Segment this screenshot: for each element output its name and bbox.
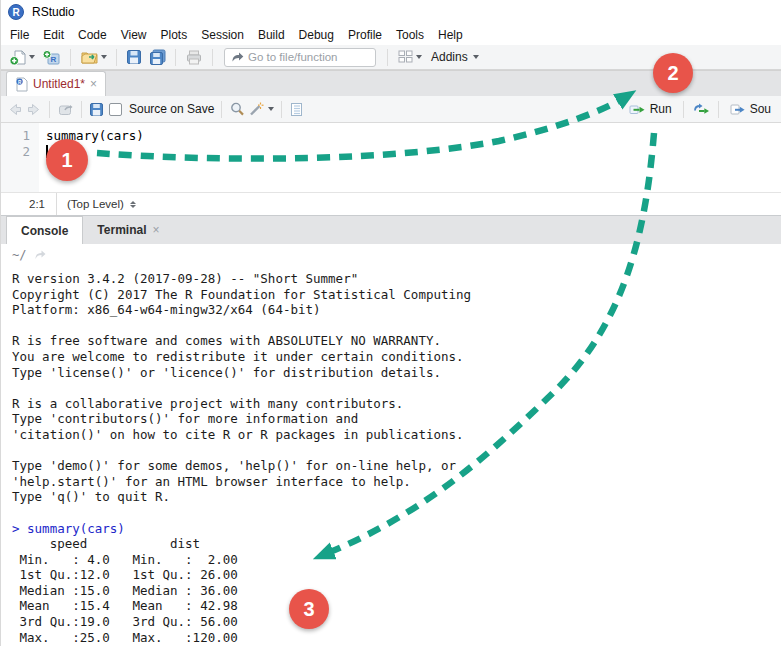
save-all-icon (149, 49, 166, 66)
open-file-button[interactable] (78, 48, 109, 66)
goto-file-search[interactable] (224, 48, 376, 67)
addins-label: Addins (431, 50, 468, 64)
console-line: Mean :15.4 Mean : 42.98 (12, 598, 781, 614)
run-icon (629, 102, 646, 117)
rstudio-window: R RStudio FileEditCodeViewPlotsSessionBu… (0, 0, 781, 646)
annotation-badge-3: 3 (289, 589, 329, 629)
forward-arrow-icon[interactable] (26, 102, 42, 117)
console-line: You are welcome to redistribute it under… (12, 349, 781, 365)
toolbar-separator (116, 49, 117, 66)
console-pane: Console Terminal × ~/ R version 3.4.2 (2… (1, 215, 781, 646)
rstudio-logo-icon: R (8, 4, 24, 20)
editor-status-bar: 2:1 (Top Level) (1, 192, 781, 215)
editor-body[interactable]: 12 summary(cars) (1, 123, 781, 192)
close-icon[interactable]: × (152, 224, 159, 236)
tab-untitled1[interactable]: R Untitled1* × (6, 71, 106, 96)
source-pane: R Untitled1* × Source on Save (1, 70, 781, 215)
cursor-position: 2:1 (1, 193, 57, 215)
toolbar-separator (683, 101, 684, 118)
menu-debug[interactable]: Debug (292, 26, 341, 44)
code-tools-wand-icon[interactable] (248, 101, 265, 117)
menu-file[interactable]: File (3, 26, 36, 44)
svg-text:R: R (51, 55, 57, 64)
toolbar-separator (49, 101, 50, 118)
line-number: 1 (1, 128, 30, 144)
new-file-button[interactable] (7, 48, 37, 67)
goto-directory-icon[interactable] (33, 248, 47, 261)
source-on-save-checkbox[interactable] (109, 103, 122, 116)
new-project-icon: R (42, 49, 61, 66)
new-project-button[interactable]: R (40, 48, 63, 67)
console-line: Max. :25.0 Max. :120.00 (12, 630, 781, 646)
rerun-icon[interactable] (691, 102, 711, 117)
panes-layout-button[interactable] (395, 48, 424, 66)
chevron-down-icon (268, 107, 274, 111)
search-icon[interactable] (229, 101, 245, 117)
console-line: Platform: x86_64-w64-mingw32/x64 (64-bit… (12, 302, 781, 318)
goto-file-input[interactable] (248, 51, 366, 63)
annotation-badge-1: 1 (46, 139, 88, 181)
menu-build[interactable]: Build (251, 26, 292, 44)
console-tab-bar: Console Terminal × (1, 215, 781, 244)
source-label: Sou (750, 102, 771, 116)
console-line: speed dist (12, 536, 781, 552)
editor-gutter: 12 (1, 123, 39, 192)
toolbar-separator (387, 49, 388, 66)
addins-dropdown[interactable]: Addins (427, 50, 483, 64)
menu-help[interactable]: Help (431, 26, 470, 44)
menu-edit[interactable]: Edit (36, 26, 71, 44)
menu-view[interactable]: View (114, 26, 154, 44)
console-line: R is a collaborative project with many c… (12, 396, 781, 412)
toolbar-separator (175, 49, 176, 66)
save-button[interactable] (124, 48, 144, 66)
console-line: Type 'q()' to quit R. (12, 489, 781, 505)
console-line (12, 505, 781, 521)
toolbar-separator (718, 101, 719, 118)
console-line (12, 443, 781, 459)
menu-code[interactable]: Code (71, 26, 114, 44)
goto-arrow-icon (230, 50, 244, 64)
console-line: > summary(cars) (12, 521, 781, 537)
tab-terminal[interactable]: Terminal × (83, 216, 173, 244)
scope-label: (Top Level) (67, 198, 124, 210)
close-icon[interactable]: × (90, 78, 97, 90)
back-arrow-icon[interactable] (7, 102, 23, 117)
save-icon[interactable] (89, 102, 104, 117)
panes-grid-icon (397, 49, 414, 65)
console-line (12, 380, 781, 396)
save-all-button[interactable] (147, 48, 168, 67)
open-folder-icon (80, 49, 99, 65)
menu-plots[interactable]: Plots (154, 26, 195, 44)
run-label: Run (650, 102, 672, 116)
save-icon (126, 49, 142, 65)
console-output[interactable]: R version 3.4.2 (2017-09-28) -- "Short S… (1, 265, 781, 646)
chevron-down-icon (473, 55, 479, 59)
toolbar-separator (81, 101, 82, 118)
console-line: 'help.start()' for an HTML browser inter… (12, 474, 781, 490)
toolbar-separator (281, 101, 282, 118)
tab-label: Untitled1* (33, 77, 85, 91)
run-button[interactable]: Run (625, 100, 676, 119)
console-line: Type 'demo()' for some demos, 'help()' f… (12, 458, 781, 474)
menu-session[interactable]: Session (194, 26, 251, 44)
console-line: 'citation()' on how to cite R or R packa… (12, 427, 781, 443)
menu-profile[interactable]: Profile (341, 26, 389, 44)
working-directory: ~/ (12, 248, 26, 262)
console-line: Type 'license()' or 'licence()' for dist… (12, 365, 781, 381)
source-on-save-label: Source on Save (129, 102, 214, 116)
source-button[interactable]: Sou (726, 100, 775, 119)
scope-selector[interactable]: (Top Level) (57, 198, 136, 210)
open-in-new-window-icon[interactable] (57, 102, 74, 117)
tab-console[interactable]: Console (6, 216, 83, 244)
console-line: R is free software and comes with ABSOLU… (12, 333, 781, 349)
chevron-down-icon (29, 55, 35, 59)
title-bar: R RStudio (1, 0, 781, 24)
menu-bar: FileEditCodeViewPlotsSessionBuildDebugPr… (1, 24, 781, 45)
compile-report-icon[interactable] (289, 102, 304, 117)
print-button[interactable] (183, 48, 205, 66)
terminal-tab-label: Terminal (97, 223, 146, 237)
menu-tools[interactable]: Tools (389, 26, 431, 44)
console-line: 3rd Qu.:19.0 3rd Qu.: 56.00 (12, 614, 781, 630)
r-script-file-icon: R (15, 77, 28, 92)
console-line: Copyright (C) 2017 The R Foundation for … (12, 287, 781, 303)
